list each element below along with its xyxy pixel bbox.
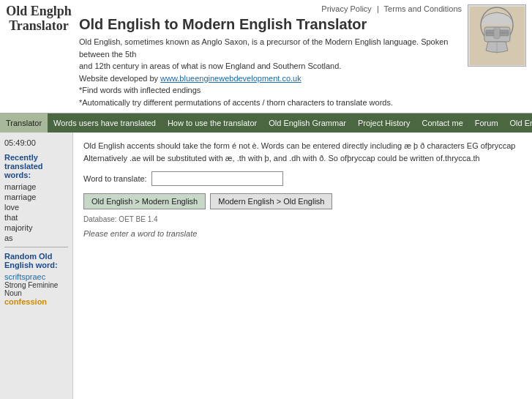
nav-project-history[interactable]: Project History — [352, 113, 416, 133]
modern-to-old-button[interactable]: Modern English > Old English — [210, 193, 332, 209]
nav-forum[interactable]: Forum — [469, 113, 504, 133]
header-top-links: Privacy Policy | Terms and Conditions — [79, 4, 462, 13]
main-layout: 05:49:00 Recently translated words: marr… — [0, 133, 532, 399]
page-header: Old Englph Translator Privacy Policy | T… — [0, 0, 532, 113]
nav-twitter[interactable]: Old English Twitter — [504, 113, 532, 133]
sidebar: 05:49:00 Recently translated words: marr… — [0, 133, 73, 399]
nav-contact[interactable]: Contact me — [416, 113, 469, 133]
nav-translator[interactable]: Translator — [0, 113, 48, 133]
sidebar-word-1[interactable]: marriage — [4, 182, 68, 191]
word-label: Word to translate: — [83, 174, 147, 183]
knight-image — [468, 4, 526, 67]
main-content: Old English accents should take the form… — [73, 133, 532, 399]
sidebar-divider — [4, 247, 68, 247]
logo-text: Old Englph Translator — [6, 4, 72, 34]
random-word-title: Random Old English word: — [4, 252, 68, 269]
terms-link[interactable]: Terms and Conditions — [384, 4, 462, 13]
word-input[interactable] — [151, 171, 283, 186]
website-link[interactable]: www.blueenginewebdevelopment.co.uk — [160, 74, 301, 83]
result-placeholder: Please enter a word to translate — [83, 229, 522, 238]
header-content: Privacy Policy | Terms and Conditions Ol… — [79, 4, 462, 108]
random-word-link[interactable]: scriftspraec — [4, 272, 45, 281]
recently-translated-title: Recently translated words: — [4, 153, 68, 179]
nav-old-english-grammar[interactable]: Old English Grammar — [263, 113, 352, 133]
sidebar-word-2[interactable]: marriage — [4, 193, 68, 201]
sidebar-word-4[interactable]: that — [4, 213, 68, 222]
random-word-meaning: confession — [4, 297, 68, 306]
database-info: Database: OET BE 1.4 — [83, 215, 522, 223]
word-input-row: Word to translate: — [83, 171, 522, 186]
sidebar-word-3[interactable]: love — [4, 203, 68, 212]
navigation-bar: Translator Words users have translated H… — [0, 113, 532, 133]
sidebar-word-5[interactable]: majority — [4, 223, 68, 232]
content-intro: Old English accents should take the form… — [83, 140, 522, 164]
sidebar-time: 05:49:00 — [4, 138, 68, 147]
random-word-type: Strong Feminine Noun — [4, 281, 68, 297]
old-to-modern-button[interactable]: Old English > Modern English — [83, 193, 206, 209]
privacy-policy-link[interactable]: Privacy Policy — [321, 4, 371, 13]
site-title: Old English to Modern English Translator — [79, 16, 462, 33]
svg-rect-6 — [494, 27, 500, 39]
site-description: Old English, sometimes known as Anglo Sa… — [79, 36, 462, 108]
nav-words-translated[interactable]: Words users have translated — [48, 113, 162, 133]
logo-block: Old Englph Translator — [6, 4, 72, 34]
sidebar-word-6[interactable]: as — [4, 234, 68, 242]
link-separator: | — [377, 4, 379, 13]
nav-how-to-use[interactable]: How to use the translator — [162, 113, 263, 133]
translate-buttons: Old English > Modern English Modern Engl… — [83, 193, 522, 209]
